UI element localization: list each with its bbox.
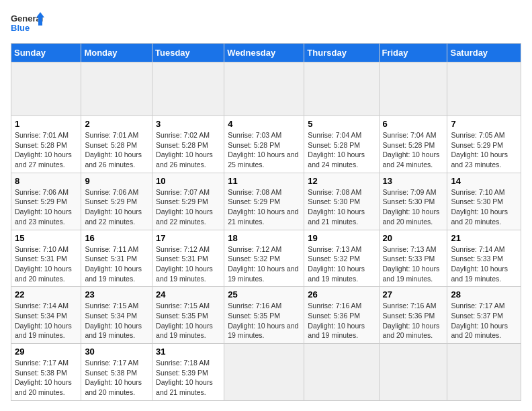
calendar-cell <box>11 62 81 116</box>
day-number: 3 <box>156 119 220 129</box>
day-info: Sunrise: 7:06 AMSunset: 5:29 PMDaylight:… <box>85 187 148 227</box>
header-day-thursday: Thursday <box>304 44 379 62</box>
day-info: Sunrise: 7:14 AMSunset: 5:33 PMDaylight:… <box>451 244 517 284</box>
calendar-cell: 31Sunrise: 7:18 AMSunset: 5:39 PMDayligh… <box>152 344 224 401</box>
day-info: Sunrise: 7:15 AMSunset: 5:34 PMDaylight:… <box>85 301 148 340</box>
day-info: Sunrise: 7:04 AMSunset: 5:28 PMDaylight:… <box>383 130 444 170</box>
day-number: 24 <box>156 289 220 300</box>
calendar-cell: 25Sunrise: 7:16 AMSunset: 5:35 PMDayligh… <box>224 287 304 344</box>
day-info: Sunrise: 7:01 AMSunset: 5:28 PMDaylight:… <box>15 130 77 170</box>
calendar-cell: 24Sunrise: 7:15 AMSunset: 5:35 PMDayligh… <box>152 287 224 344</box>
day-number: 31 <box>156 347 220 357</box>
day-number: 22 <box>15 289 77 300</box>
day-number: 19 <box>308 233 375 243</box>
header-row: SundayMondayTuesdayWednesdayThursdayFrid… <box>11 44 521 62</box>
calendar-cell: 23Sunrise: 7:15 AMSunset: 5:34 PMDayligh… <box>81 287 152 344</box>
calendar-week-5: 22Sunrise: 7:14 AMSunset: 5:34 PMDayligh… <box>11 287 521 344</box>
calendar-table: SundayMondayTuesdayWednesdayThursdayFrid… <box>11 43 521 401</box>
day-number: 30 <box>85 347 148 357</box>
day-number: 5 <box>308 119 375 129</box>
day-number: 8 <box>15 176 77 186</box>
calendar-week-2: 1Sunrise: 7:01 AMSunset: 5:28 PMDaylight… <box>11 116 521 173</box>
day-info: Sunrise: 7:08 AMSunset: 5:30 PMDaylight:… <box>308 187 375 227</box>
header: General Blue <box>11 11 521 38</box>
calendar-cell <box>224 344 304 401</box>
calendar-week-4: 15Sunrise: 7:10 AMSunset: 5:31 PMDayligh… <box>11 230 521 287</box>
svg-text:Blue: Blue <box>11 23 30 33</box>
logo: General Blue <box>11 11 44 38</box>
day-info: Sunrise: 7:09 AMSunset: 5:30 PMDaylight:… <box>383 187 444 227</box>
calendar-cell <box>379 344 447 401</box>
calendar-cell: 7Sunrise: 7:05 AMSunset: 5:29 PMDaylight… <box>447 116 521 173</box>
day-info: Sunrise: 7:10 AMSunset: 5:31 PMDaylight:… <box>15 244 77 284</box>
header-day-monday: Monday <box>81 44 152 62</box>
calendar-cell: 19Sunrise: 7:13 AMSunset: 5:32 PMDayligh… <box>304 230 379 287</box>
calendar-cell: 20Sunrise: 7:13 AMSunset: 5:33 PMDayligh… <box>379 230 447 287</box>
calendar-cell: 9Sunrise: 7:06 AMSunset: 5:29 PMDaylight… <box>81 173 152 230</box>
day-info: Sunrise: 7:08 AMSunset: 5:29 PMDaylight:… <box>228 187 300 227</box>
day-number: 16 <box>85 233 148 243</box>
day-info: Sunrise: 7:05 AMSunset: 5:29 PMDaylight:… <box>451 130 517 170</box>
day-number: 13 <box>383 176 444 186</box>
calendar-week-1 <box>11 62 521 116</box>
day-number: 4 <box>228 119 300 129</box>
calendar-cell: 6Sunrise: 7:04 AMSunset: 5:28 PMDaylight… <box>379 116 447 173</box>
day-info: Sunrise: 7:17 AMSunset: 5:38 PMDaylight:… <box>15 358 77 398</box>
calendar-cell <box>447 62 521 116</box>
calendar-cell: 18Sunrise: 7:12 AMSunset: 5:32 PMDayligh… <box>224 230 304 287</box>
calendar-cell: 16Sunrise: 7:11 AMSunset: 5:31 PMDayligh… <box>81 230 152 287</box>
day-info: Sunrise: 7:16 AMSunset: 5:36 PMDaylight:… <box>308 301 375 340</box>
day-info: Sunrise: 7:10 AMSunset: 5:30 PMDaylight:… <box>451 187 517 227</box>
calendar-cell: 28Sunrise: 7:17 AMSunset: 5:37 PMDayligh… <box>447 287 521 344</box>
day-info: Sunrise: 7:13 AMSunset: 5:33 PMDaylight:… <box>383 244 444 284</box>
day-info: Sunrise: 7:13 AMSunset: 5:32 PMDaylight:… <box>308 244 375 284</box>
calendar-cell: 17Sunrise: 7:12 AMSunset: 5:31 PMDayligh… <box>152 230 224 287</box>
day-info: Sunrise: 7:17 AMSunset: 5:37 PMDaylight:… <box>451 301 517 340</box>
day-number: 27 <box>383 289 444 300</box>
header-day-sunday: Sunday <box>11 44 81 62</box>
day-number: 1 <box>15 119 77 129</box>
day-info: Sunrise: 7:15 AMSunset: 5:35 PMDaylight:… <box>156 301 220 340</box>
calendar-cell <box>81 62 152 116</box>
calendar-cell <box>224 62 304 116</box>
day-number: 23 <box>85 289 148 300</box>
calendar-week-6: 29Sunrise: 7:17 AMSunset: 5:38 PMDayligh… <box>11 344 521 401</box>
day-number: 26 <box>308 289 375 300</box>
calendar-cell: 14Sunrise: 7:10 AMSunset: 5:30 PMDayligh… <box>447 173 521 230</box>
day-info: Sunrise: 7:16 AMSunset: 5:36 PMDaylight:… <box>383 301 444 340</box>
logo-svg: General Blue <box>11 11 44 38</box>
calendar-cell: 26Sunrise: 7:16 AMSunset: 5:36 PMDayligh… <box>304 287 379 344</box>
calendar-cell: 21Sunrise: 7:14 AMSunset: 5:33 PMDayligh… <box>447 230 521 287</box>
day-info: Sunrise: 7:14 AMSunset: 5:34 PMDaylight:… <box>15 301 77 340</box>
day-info: Sunrise: 7:02 AMSunset: 5:28 PMDaylight:… <box>156 130 220 170</box>
calendar-cell: 1Sunrise: 7:01 AMSunset: 5:28 PMDaylight… <box>11 116 81 173</box>
calendar-cell <box>304 62 379 116</box>
day-info: Sunrise: 7:16 AMSunset: 5:35 PMDaylight:… <box>228 301 300 340</box>
calendar-week-3: 8Sunrise: 7:06 AMSunset: 5:29 PMDaylight… <box>11 173 521 230</box>
day-info: Sunrise: 7:17 AMSunset: 5:38 PMDaylight:… <box>85 358 148 398</box>
calendar-cell <box>152 62 224 116</box>
day-info: Sunrise: 7:11 AMSunset: 5:31 PMDaylight:… <box>85 244 148 284</box>
calendar-cell <box>304 344 379 401</box>
day-info: Sunrise: 7:12 AMSunset: 5:31 PMDaylight:… <box>156 244 220 284</box>
calendar-cell: 29Sunrise: 7:17 AMSunset: 5:38 PMDayligh… <box>11 344 81 401</box>
calendar-cell <box>379 62 447 116</box>
day-info: Sunrise: 7:12 AMSunset: 5:32 PMDaylight:… <box>228 244 300 284</box>
calendar-cell: 10Sunrise: 7:07 AMSunset: 5:29 PMDayligh… <box>152 173 224 230</box>
calendar-cell: 22Sunrise: 7:14 AMSunset: 5:34 PMDayligh… <box>11 287 81 344</box>
day-info: Sunrise: 7:04 AMSunset: 5:28 PMDaylight:… <box>308 130 375 170</box>
calendar-cell: 13Sunrise: 7:09 AMSunset: 5:30 PMDayligh… <box>379 173 447 230</box>
day-number: 28 <box>451 289 517 300</box>
calendar-cell: 5Sunrise: 7:04 AMSunset: 5:28 PMDaylight… <box>304 116 379 173</box>
day-info: Sunrise: 7:01 AMSunset: 5:28 PMDaylight:… <box>85 130 148 170</box>
day-number: 2 <box>85 119 148 129</box>
day-number: 20 <box>383 233 444 243</box>
day-info: Sunrise: 7:18 AMSunset: 5:39 PMDaylight:… <box>156 358 220 398</box>
day-number: 6 <box>383 119 444 129</box>
calendar-cell: 15Sunrise: 7:10 AMSunset: 5:31 PMDayligh… <box>11 230 81 287</box>
calendar-cell: 12Sunrise: 7:08 AMSunset: 5:30 PMDayligh… <box>304 173 379 230</box>
calendar-cell: 27Sunrise: 7:16 AMSunset: 5:36 PMDayligh… <box>379 287 447 344</box>
day-number: 10 <box>156 176 220 186</box>
calendar-cell: 3Sunrise: 7:02 AMSunset: 5:28 PMDaylight… <box>152 116 224 173</box>
day-number: 14 <box>451 176 517 186</box>
